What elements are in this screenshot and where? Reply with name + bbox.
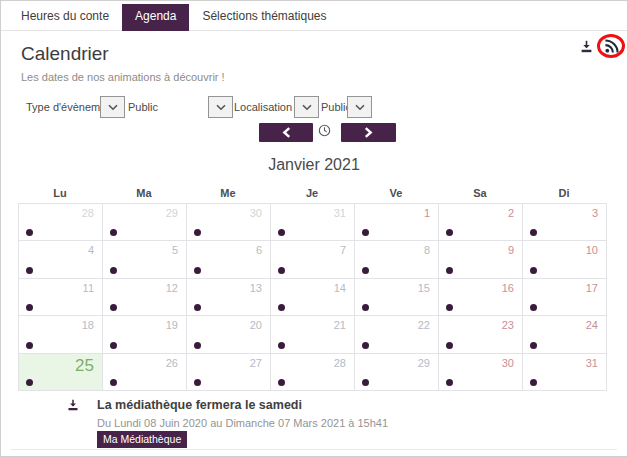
filter-select-1[interactable] (208, 96, 233, 118)
filter-select-3[interactable] (347, 96, 372, 118)
day-cell-8[interactable]: 8 (355, 241, 439, 278)
day-cell-2[interactable]: 2 (439, 204, 523, 241)
next-month-button[interactable] (341, 123, 396, 142)
event-dot[interactable] (278, 267, 285, 274)
day-cell-31-prev-month[interactable]: 31 (271, 204, 355, 241)
day-cell-14[interactable]: 14 (271, 279, 355, 316)
day-cell-31[interactable]: 31 (523, 354, 607, 391)
clock-icon[interactable] (318, 124, 331, 137)
day-cell-27[interactable]: 27 (187, 354, 271, 391)
day-cell-26[interactable]: 26 (103, 354, 187, 391)
event-dot[interactable] (446, 229, 453, 236)
day-cell-18[interactable]: 18 (19, 316, 103, 353)
event-dot[interactable] (110, 267, 117, 274)
event-dot[interactable] (362, 379, 369, 386)
tab-selections-thematiques[interactable]: Sélections thématiques (189, 4, 339, 31)
day-cell-11[interactable]: 11 (19, 279, 103, 316)
event-dot[interactable] (26, 267, 33, 274)
day-cell-5[interactable]: 5 (103, 241, 187, 278)
event-dot[interactable] (194, 379, 201, 386)
event-dot[interactable] (278, 342, 285, 349)
tab-heures-du-conte[interactable]: Heures du conte (8, 4, 122, 31)
day-cell-7[interactable]: 7 (271, 241, 355, 278)
event-dot[interactable] (362, 267, 369, 274)
day-cell-25[interactable]: 25 (19, 354, 103, 391)
day-cell-22[interactable]: 22 (355, 316, 439, 353)
event-dot[interactable] (530, 379, 537, 386)
event-dot[interactable] (530, 229, 537, 236)
day-cell-29-prev-month[interactable]: 29 (103, 204, 187, 241)
event-dot[interactable] (362, 342, 369, 349)
filter-select-2[interactable] (294, 96, 319, 118)
day-number: 29 (418, 357, 430, 369)
day-number: 12 (166, 282, 178, 294)
download-icon[interactable] (67, 399, 79, 411)
filter-select-0[interactable] (100, 96, 125, 118)
day-cell-28[interactable]: 28 (271, 354, 355, 391)
calendar-week-row: 28293031123 (19, 204, 607, 241)
day-cell-29[interactable]: 29 (355, 354, 439, 391)
day-cell-9[interactable]: 9 (439, 241, 523, 278)
day-cell-28-prev-month[interactable]: 28 (19, 204, 103, 241)
day-number: 26 (166, 357, 178, 369)
day-cell-10[interactable]: 10 (523, 241, 607, 278)
day-cell-20[interactable]: 20 (187, 316, 271, 353)
event-dot[interactable] (110, 379, 117, 386)
event-dot[interactable] (26, 379, 33, 386)
event-dot[interactable] (362, 304, 369, 311)
day-cell-13[interactable]: 13 (187, 279, 271, 316)
day-cell-30-prev-month[interactable]: 30 (187, 204, 271, 241)
rss-button[interactable] (604, 39, 619, 54)
event-dot[interactable] (446, 342, 453, 349)
event-dot[interactable] (278, 304, 285, 311)
event-dot[interactable] (446, 304, 453, 311)
day-number: 9 (508, 244, 514, 256)
day-cell-21[interactable]: 21 (271, 316, 355, 353)
event-dot[interactable] (110, 342, 117, 349)
event-location-badge[interactable]: Ma Médiathèque (97, 431, 187, 448)
day-number: 7 (340, 244, 346, 256)
event-dot[interactable] (26, 229, 33, 236)
event-dot[interactable] (26, 342, 33, 349)
day-cell-1[interactable]: 1 (355, 204, 439, 241)
prev-month-button[interactable] (259, 123, 313, 142)
day-cell-23[interactable]: 23 (439, 316, 523, 353)
day-cell-6[interactable]: 6 (187, 241, 271, 278)
day-cell-15[interactable]: 15 (355, 279, 439, 316)
event-dot[interactable] (278, 229, 285, 236)
day-cell-17[interactable]: 17 (523, 279, 607, 316)
event-dot[interactable] (110, 229, 117, 236)
event-dates: Du Lundi 08 Juin 2020 au Dimanche 07 Mar… (97, 417, 388, 429)
event-dot[interactable] (26, 304, 33, 311)
event-dot[interactable] (194, 267, 201, 274)
day-cell-12[interactable]: 12 (103, 279, 187, 316)
event-dot[interactable] (194, 229, 201, 236)
event-title[interactable]: La médiathèque fermera le samedi (97, 398, 302, 412)
event-dot[interactable] (530, 267, 537, 274)
filter-bar: Type d'évènementsPublicLocalisationPubli… (1, 93, 627, 121)
chevron-down-icon (108, 104, 118, 111)
event-dot[interactable] (362, 229, 369, 236)
day-cell-4[interactable]: 4 (19, 241, 103, 278)
weekday-header-ma: Ma (102, 187, 186, 202)
tab-agenda[interactable]: Agenda (122, 4, 189, 31)
event-dot[interactable] (194, 342, 201, 349)
filter-label-2: Localisation (234, 101, 292, 113)
event-dot[interactable] (530, 304, 537, 311)
event-dot[interactable] (194, 304, 201, 311)
header-icons (579, 39, 619, 54)
day-cell-19[interactable]: 19 (103, 316, 187, 353)
day-cell-3[interactable]: 3 (523, 204, 607, 241)
day-number: 3 (592, 207, 598, 219)
event-dot[interactable] (530, 342, 537, 349)
event-dot[interactable] (110, 304, 117, 311)
day-cell-30[interactable]: 30 (439, 354, 523, 391)
weekday-header-lu: Lu (18, 187, 102, 202)
event-dot[interactable] (446, 379, 453, 386)
day-number: 4 (88, 244, 94, 256)
day-cell-24[interactable]: 24 (523, 316, 607, 353)
download-icon[interactable] (579, 39, 594, 54)
event-dot[interactable] (446, 267, 453, 274)
day-cell-16[interactable]: 16 (439, 279, 523, 316)
event-dot[interactable] (278, 379, 285, 386)
